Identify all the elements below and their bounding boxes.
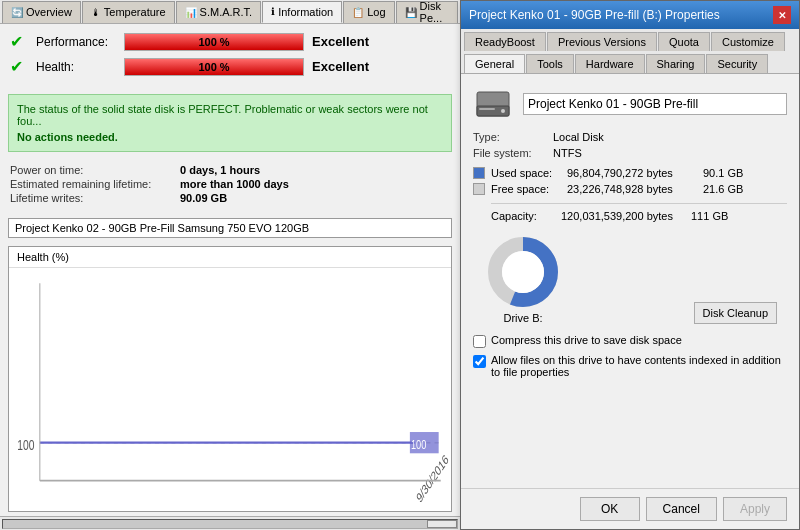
hard-drive-svg [475, 88, 511, 120]
used-space-color [473, 167, 485, 179]
lifetime-value: 90.09 GB [180, 192, 227, 204]
tab-tools[interactable]: Tools [526, 54, 574, 73]
tab-tools-label: Tools [537, 58, 563, 70]
tab-temperature-label: Temperature [104, 6, 166, 18]
compress-checkbox[interactable] [473, 335, 486, 348]
tab-quota-label: Quota [669, 36, 699, 48]
free-space-row: Free space: 23,226,748,928 bytes 21.6 GB [473, 183, 787, 195]
tab-diskperf-label: Disk Pe... [420, 0, 449, 24]
health-bar-container: 100 % [124, 58, 304, 76]
remaining-label: Estimated remaining lifetime: [10, 178, 180, 190]
tab-log-label: Log [367, 6, 385, 18]
filesystem-row: File system: NTFS [473, 147, 787, 159]
power-on-row: Power on time: 0 days, 1 hours [10, 164, 450, 176]
temperature-icon: 🌡 [91, 7, 101, 18]
dialog-content: Type: Local Disk File system: NTFS Used … [461, 74, 799, 488]
dialog-tab-row-1: ReadyBoost Previous Versions Quota Custo… [461, 29, 799, 51]
index-checkbox[interactable] [473, 355, 486, 368]
drive-name-input[interactable] [523, 93, 787, 115]
no-actions-text: No actions needed. [17, 131, 443, 143]
overview-icon: 🔄 [11, 7, 23, 18]
index-row: Allow files on this drive to have conten… [473, 354, 787, 378]
apply-button[interactable]: Apply [723, 497, 787, 521]
left-panel: 🔄 Overview 🌡 Temperature 📊 S.M.A.R.T. ℹ … [0, 0, 460, 530]
tab-overview-label: Overview [26, 6, 72, 18]
compress-row: Compress this drive to save disk space [473, 334, 787, 348]
svg-point-13 [502, 251, 544, 293]
tab-temperature[interactable]: 🌡 Temperature [82, 1, 175, 23]
health-row: ✔ Health: 100 % Excellent [10, 57, 450, 76]
tab-hardware-label: Hardware [586, 58, 634, 70]
tab-quota[interactable]: Quota [658, 32, 710, 51]
scrollbar-thumb[interactable] [427, 520, 457, 528]
tab-security[interactable]: Security [706, 54, 768, 73]
index-label: Allow files on this drive to have conten… [491, 354, 787, 378]
disk-cleanup-button[interactable]: Disk Cleanup [694, 302, 777, 324]
dialog-close-button[interactable]: ✕ [773, 6, 791, 24]
chart-section: Health (%) 100 100 9/30/2016 [8, 246, 452, 512]
capacity-bytes: 120,031,539,200 bytes [561, 210, 691, 222]
tab-sharing-label: Sharing [657, 58, 695, 70]
used-space-bytes: 96,804,790,272 bytes [567, 167, 697, 179]
used-space-row: Used space: 96,804,790,272 bytes 90.1 GB [473, 167, 787, 179]
type-label: Type: [473, 131, 553, 143]
scrollbar-track[interactable] [2, 519, 458, 529]
tab-information[interactable]: ℹ Information [262, 1, 342, 23]
drive-letter-label: Drive B: [503, 312, 542, 324]
remaining-value: more than 1000 days [180, 178, 289, 190]
horizontal-scrollbar[interactable] [0, 516, 460, 530]
lifetime-label: Lifetime writes: [10, 192, 180, 204]
tab-customize[interactable]: Customize [711, 32, 785, 51]
performance-bar-text: 100 % [125, 34, 303, 50]
filesystem-label: File system: [473, 147, 553, 159]
used-space-gb: 90.1 GB [703, 167, 743, 179]
divider [491, 203, 787, 204]
tab-previous-versions[interactable]: Previous Versions [547, 32, 657, 51]
health-bar-text: 100 % [125, 59, 303, 75]
tab-information-label: Information [278, 6, 333, 18]
tab-diskperf[interactable]: 💾 Disk Pe... [396, 1, 458, 23]
ok-button[interactable]: OK [580, 497, 640, 521]
checkbox-section: Compress this drive to save disk space A… [473, 334, 787, 378]
tab-general[interactable]: General [464, 54, 525, 73]
status-message: The status of the solid state disk is PE… [8, 94, 452, 152]
capacity-row: Capacity: 120,031,539,200 bytes 111 GB [473, 210, 787, 222]
tab-smart-label: S.M.A.R.T. [200, 6, 253, 18]
svg-point-9 [501, 109, 505, 113]
tab-general-label: General [475, 58, 514, 70]
performance-label: Performance: [36, 35, 116, 49]
dialog-tabs: ReadyBoost Previous Versions Quota Custo… [461, 29, 799, 74]
free-space-color [473, 183, 485, 195]
chart-area: 100 100 9/30/2016 [9, 268, 451, 511]
tab-customize-label: Customize [722, 36, 774, 48]
donut-svg [483, 232, 563, 312]
tab-security-label: Security [717, 58, 757, 70]
cancel-button[interactable]: Cancel [646, 497, 717, 521]
filesystem-value: NTFS [553, 147, 582, 159]
dialog-buttons: OK Cancel Apply [461, 488, 799, 529]
tab-sharing[interactable]: Sharing [646, 54, 706, 73]
dialog-tab-row-2: General Tools Hardware Sharing Security [461, 51, 799, 73]
tab-readyboost[interactable]: ReadyBoost [464, 32, 546, 51]
metrics-section: ✔ Performance: 100 % Excellent ✔ Health:… [0, 24, 460, 90]
lifetime-row: Lifetime writes: 90.09 GB [10, 192, 450, 204]
tab-log[interactable]: 📋 Log [343, 1, 394, 23]
status-text: The status of the solid state disk is PE… [17, 103, 428, 127]
tab-smart[interactable]: 📊 S.M.A.R.T. [176, 1, 262, 23]
tab-hardware[interactable]: Hardware [575, 54, 645, 73]
properties-dialog: Project Kenko 01 - 90GB Pre-fill (B:) Pr… [460, 0, 800, 530]
chart-svg: 100 100 9/30/2016 [9, 268, 451, 511]
free-space-gb: 21.6 GB [703, 183, 743, 195]
svg-text:9/30/2016: 9/30/2016 [414, 451, 450, 505]
tab-previous-versions-label: Previous Versions [558, 36, 646, 48]
free-space-bytes: 23,226,748,928 bytes [567, 183, 697, 195]
diskperf-icon: 💾 [405, 7, 417, 18]
used-space-label: Used space: [491, 167, 561, 179]
donut-area: Drive B: Disk Cleanup [473, 232, 787, 324]
tab-overview[interactable]: 🔄 Overview [2, 1, 81, 23]
information-icon: ℹ [271, 6, 275, 17]
svg-text:100: 100 [411, 436, 427, 451]
smart-icon: 📊 [185, 7, 197, 18]
tab-readyboost-label: ReadyBoost [475, 36, 535, 48]
dialog-title: Project Kenko 01 - 90GB Pre-fill (B:) Pr… [469, 8, 720, 22]
